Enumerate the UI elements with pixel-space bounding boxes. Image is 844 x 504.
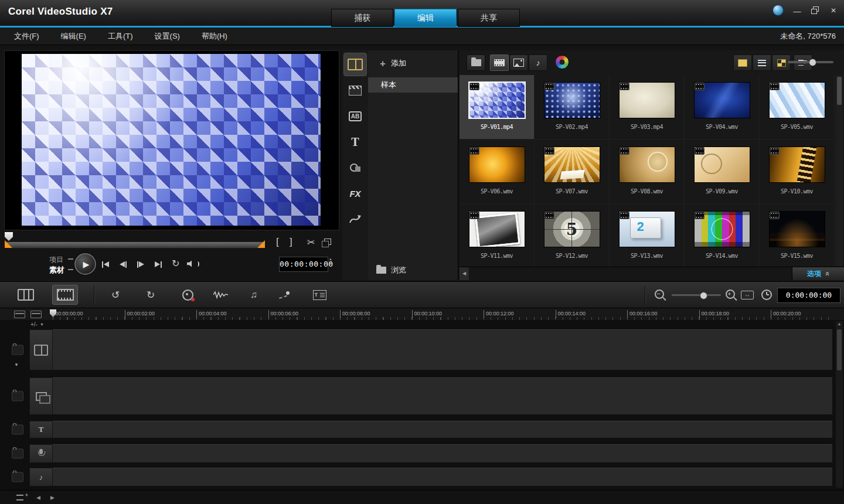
timeline-timecode[interactable]: 0:00:00:00 — [777, 288, 840, 303]
tab-share[interactable]: 共享 — [458, 9, 520, 27]
redo-button[interactable]: ↻ — [138, 285, 164, 305]
scroll-right-button[interactable]: ▶ — [50, 495, 55, 500]
next-frame-button[interactable] — [137, 261, 144, 268]
music-track-lane[interactable] — [53, 468, 832, 486]
library-item[interactable]: SP-V03.mp4 — [610, 75, 685, 139]
library-item[interactable]: 2SP-V13.wmv — [610, 204, 685, 267]
view-thumbnail-button[interactable] — [733, 55, 752, 71]
zoom-slider-thumb[interactable] — [700, 292, 707, 299]
timeline-view-button[interactable] — [52, 285, 78, 305]
library-item[interactable]: SP-V08.wmv — [610, 139, 685, 204]
storyboard-view-button[interactable] — [13, 285, 39, 305]
spin-up-icon[interactable]: ▲ — [329, 257, 332, 261]
library-item[interactable]: SP-V05.wmv — [760, 75, 835, 139]
menu-file[interactable]: 文件(F) — [14, 28, 39, 45]
library-item[interactable]: SP-V10.wmv — [760, 139, 835, 204]
enlarge-preview-icon[interactable] — [324, 239, 331, 245]
scrubber-track[interactable] — [6, 241, 265, 248]
music-track-lock-button[interactable] — [12, 472, 23, 482]
video-track-lock-button[interactable] — [12, 345, 23, 355]
overlay-track-lane[interactable] — [53, 377, 832, 415]
swap-tracks-icon[interactable]: + — [16, 495, 26, 500]
split-clip-icon[interactable]: ✂ — [307, 237, 315, 248]
show-overlay-tracks-icon[interactable] — [30, 311, 42, 318]
scrollbar-thumb[interactable] — [837, 329, 842, 370]
previous-frame-button[interactable] — [120, 261, 127, 268]
project-duration-button[interactable] — [761, 290, 772, 300]
slider-thumb[interactable] — [809, 59, 816, 66]
library-item[interactable]: SP-V07.wmv — [535, 139, 610, 204]
subtitle-editor-button[interactable]: T — [307, 285, 332, 305]
nav-media-library[interactable] — [343, 53, 367, 76]
import-media-button[interactable] — [467, 55, 485, 71]
volume-button[interactable] — [187, 260, 199, 267]
nav-instant-project[interactable] — [343, 79, 367, 102]
overlay-track-header[interactable] — [29, 377, 53, 415]
music-track-header[interactable]: ♪ — [29, 468, 53, 486]
repeat-button[interactable]: ↻ — [172, 258, 179, 269]
filter-photo-button[interactable] — [509, 55, 528, 71]
corel-globe-icon[interactable] — [772, 5, 784, 16]
video-track-lane[interactable] — [53, 329, 832, 370]
zoom-in-button[interactable] — [726, 290, 735, 299]
library-item[interactable]: SP-V06.wmv — [460, 139, 535, 204]
library-item[interactable]: SP-V14.wmv — [685, 204, 760, 267]
zoom-out-button[interactable] — [655, 290, 664, 299]
track-add-remove-control[interactable]: +/- ▼ — [30, 321, 44, 328]
mark-out-button[interactable]: ] — [290, 236, 292, 248]
title-track-lock-button[interactable] — [12, 425, 23, 435]
options-button[interactable]: 选项 « — [792, 267, 844, 280]
thumbnail-size-slider[interactable] — [788, 61, 833, 63]
library-item[interactable]: SP-V01.mp4 — [460, 75, 535, 139]
close-button[interactable]: ✕ — [829, 6, 838, 15]
record-capture-button[interactable] — [175, 285, 200, 305]
title-track-lane[interactable] — [53, 421, 832, 438]
library-item[interactable]: SP-V09.wmv — [685, 139, 760, 204]
go-start-button[interactable] — [102, 261, 109, 268]
preview-timecode[interactable]: 00:00:00:00 — [279, 257, 328, 272]
go-end-button[interactable] — [155, 261, 162, 268]
fit-project-button[interactable]: ↔ — [741, 291, 754, 299]
preview-video-frame[interactable] — [22, 54, 321, 226]
nav-transition[interactable]: AB — [343, 104, 367, 128]
mode-project-label[interactable]: 项目 — [49, 255, 63, 265]
scrollbar-thumb[interactable] — [837, 77, 842, 105]
filter-audio-button[interactable]: ♪ — [529, 55, 547, 71]
library-item[interactable]: SP-V11.wmv — [460, 204, 535, 267]
menu-tools[interactable]: 工具(T) — [108, 28, 133, 45]
motion-tracking-button[interactable] — [271, 285, 297, 305]
filter-video-button[interactable] — [490, 55, 509, 71]
timecode-spinner[interactable]: ▲ ▼ — [329, 257, 332, 265]
browse-button[interactable]: 浏览 — [376, 265, 406, 275]
nav-filter[interactable]: FX — [343, 182, 367, 205]
voice-track-lock-button[interactable] — [12, 449, 23, 459]
collapse-panel-button[interactable]: ◀ — [460, 267, 469, 280]
tab-edit[interactable]: 编辑 — [394, 9, 457, 27]
spin-down-icon[interactable]: ▼ — [329, 262, 332, 265]
add-category-button[interactable]: + 添加 — [368, 56, 406, 70]
category-sample[interactable]: 样本 — [368, 77, 458, 93]
undo-button[interactable]: ↺ — [103, 285, 128, 305]
view-list-button[interactable] — [753, 55, 771, 71]
scrubber-thumb[interactable] — [5, 232, 13, 241]
media-reel-button[interactable] — [553, 55, 571, 70]
mode-clip-label[interactable]: 素材 — [49, 265, 64, 275]
timeline-scrollbar[interactable]: ▲ — [836, 321, 843, 488]
library-item[interactable]: SP-V15.wmv — [760, 204, 835, 267]
video-track-header[interactable] — [29, 329, 53, 370]
restore-button[interactable] — [811, 6, 820, 15]
show-video-tracks-icon[interactable] — [14, 311, 25, 318]
tab-capture[interactable]: 捕获 — [331, 9, 393, 27]
nav-motion-path[interactable] — [343, 207, 367, 231]
menu-edit[interactable]: 编辑(E) — [61, 28, 86, 45]
menu-settings[interactable]: 设置(S) — [155, 28, 180, 45]
voice-track-lane[interactable] — [53, 444, 832, 463]
scroll-left-button[interactable]: ◀ — [36, 495, 40, 500]
menu-help[interactable]: 帮助(H) — [202, 28, 227, 45]
title-track-header[interactable]: T — [29, 421, 53, 438]
mark-in-button[interactable]: [ — [276, 236, 279, 248]
play-button[interactable]: ▶ — [74, 253, 96, 275]
nav-graphic[interactable] — [343, 156, 367, 179]
library-item[interactable]: 5SP-V12.wmv — [535, 204, 610, 267]
library-scrollbar[interactable] — [836, 75, 843, 266]
